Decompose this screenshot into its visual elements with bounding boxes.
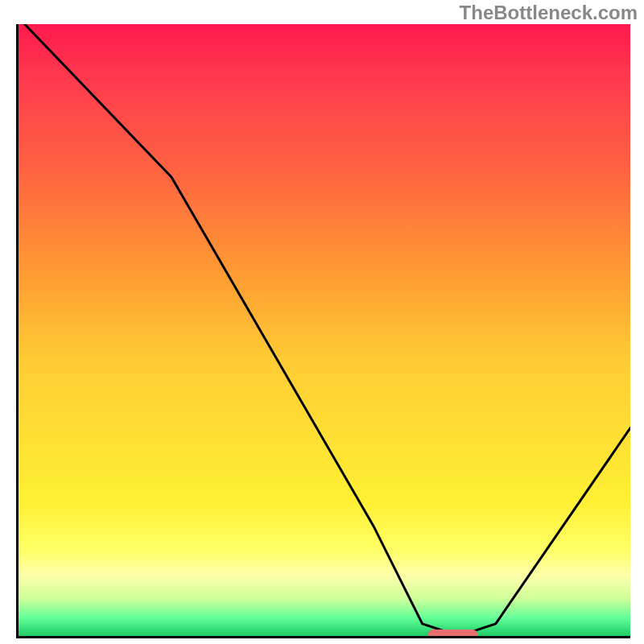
bottleneck-curve xyxy=(19,24,630,636)
optimal-range-marker xyxy=(428,630,477,638)
watermark-text: TheBottleneck.com xyxy=(460,2,638,24)
plot-area xyxy=(16,24,630,638)
chart-container: TheBottleneck.com xyxy=(0,0,644,644)
